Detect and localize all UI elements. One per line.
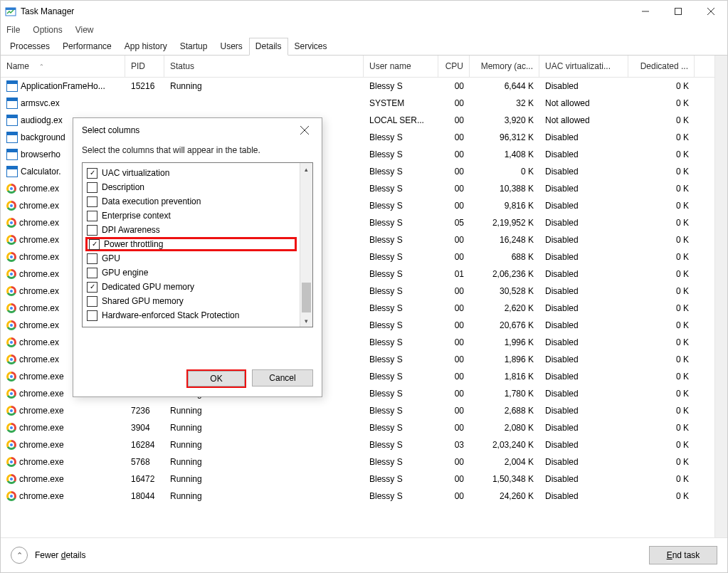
minimize-button[interactable] [629, 1, 662, 22]
process-uac: Disabled [539, 423, 628, 433]
checkbox-icon[interactable] [87, 182, 97, 193]
dialog-close-button[interactable] [296, 123, 313, 137]
tab-performance[interactable]: Performance [56, 38, 118, 55]
tab-app-history[interactable]: App history [118, 38, 174, 55]
column-option[interactable]: Hardware-enforced Stack Protection [85, 308, 297, 322]
checkbox-icon[interactable]: ✓ [87, 168, 97, 179]
checkbox-icon[interactable] [87, 196, 97, 207]
column-option-label: Data execution prevention [102, 196, 201, 206]
column-option[interactable]: GPU [85, 251, 297, 266]
process-cpu: 00 [438, 303, 470, 313]
col-cpu[interactable]: CPU [438, 56, 470, 77]
column-option[interactable]: Enterprise context [85, 209, 297, 223]
col-uac[interactable]: UAC virtualizati... [539, 56, 628, 77]
process-uac: Disabled [539, 81, 628, 91]
scroll-thumb[interactable] [302, 283, 311, 312]
column-option[interactable]: ✓Power throttling [85, 237, 297, 251]
menu-view[interactable]: View [74, 24, 95, 36]
process-dedicated: 0 K [628, 389, 695, 399]
process-memory: 96,312 K [470, 132, 539, 142]
col-memory[interactable]: Memory (ac... [470, 56, 539, 77]
close-button[interactable] [695, 1, 727, 22]
table-row[interactable]: armsvc.exSYSTEM0032 KNot allowed0 K [1, 95, 714, 112]
process-memory: 2,688 K [470, 406, 539, 416]
tab-startup[interactable]: Startup [174, 38, 214, 55]
col-dedicated[interactable]: Dedicated ... [628, 56, 695, 77]
process-status: Running [164, 457, 364, 467]
col-status[interactable]: Status [164, 56, 364, 77]
process-memory: 688 K [470, 252, 539, 262]
process-user: Blessy S [364, 167, 438, 177]
process-cpu: 00 [438, 167, 470, 177]
table-row[interactable]: ApplicationFrameHo...15216RunningBlessy … [1, 78, 714, 95]
process-uac: Disabled [539, 167, 628, 177]
checkbox-icon[interactable] [87, 296, 97, 307]
ok-button[interactable]: OK [188, 371, 245, 387]
scroll-up-icon[interactable]: ▴ [300, 163, 312, 175]
chrome-icon [6, 491, 16, 501]
checkbox-icon[interactable]: ✓ [87, 282, 97, 293]
process-user: Blessy S [364, 440, 438, 450]
checkbox-icon[interactable] [87, 253, 97, 264]
process-cpu: 00 [438, 235, 470, 245]
process-name: armsvc.ex [21, 98, 60, 108]
table-row[interactable]: chrome.exe3904RunningBlessy S002,080 KDi… [1, 419, 714, 436]
checkbox-icon[interactable] [87, 268, 97, 278]
tab-details[interactable]: Details [249, 38, 288, 56]
vertical-scrollbar[interactable] [714, 56, 727, 537]
column-option[interactable]: GPU engine [85, 266, 297, 280]
menu-options[interactable]: Options [31, 24, 63, 36]
app-icon [5, 6, 16, 17]
checkbox-icon[interactable] [87, 225, 97, 236]
checkbox-icon[interactable]: ✓ [89, 239, 100, 250]
chrome-icon [6, 320, 16, 330]
app-window-icon [6, 115, 18, 126]
table-row[interactable]: chrome.exe7236RunningBlessy S002,688 KDi… [1, 402, 714, 419]
process-name: audiodg.ex [21, 115, 63, 125]
process-dedicated: 0 K [628, 132, 695, 142]
column-option[interactable]: Data execution prevention [85, 194, 297, 209]
column-option[interactable]: DPI Awareness [85, 223, 297, 237]
checkbox-icon[interactable] [87, 211, 97, 221]
column-option[interactable]: ✓Dedicated GPU memory [85, 280, 297, 294]
chrome-icon [6, 201, 16, 211]
process-cpu: 00 [438, 423, 470, 433]
fewer-details-toggle[interactable]: ⌃ Fewer details [11, 547, 85, 564]
column-option[interactable]: Description [85, 180, 297, 194]
table-row[interactable]: chrome.exe16472RunningBlessy S001,50,348… [1, 471, 714, 488]
column-option[interactable]: ✓UAC virtualization [85, 166, 297, 180]
table-row[interactable]: chrome.exe16284RunningBlessy S032,03,240… [1, 436, 714, 453]
process-cpu: 00 [438, 98, 470, 108]
maximize-button[interactable] [662, 1, 695, 22]
process-name: chrome.ex [19, 269, 59, 279]
listbox-scrollbar[interactable]: ▴ ▾ [300, 163, 312, 327]
process-uac: Disabled [539, 372, 628, 382]
column-option[interactable]: Shared GPU memory [85, 294, 297, 308]
process-cpu: 05 [438, 218, 470, 228]
process-memory: 1,408 K [470, 149, 539, 159]
chrome-icon [6, 252, 16, 262]
table-row[interactable]: chrome.exe18044RunningBlessy S0024,260 K… [1, 488, 714, 505]
menu-file[interactable]: File [5, 24, 21, 36]
col-user[interactable]: User name [364, 56, 438, 77]
tabbar: Processes Performance App history Startu… [1, 38, 727, 56]
process-name: chrome.ex [19, 286, 59, 296]
tab-users[interactable]: Users [213, 38, 248, 55]
process-dedicated: 0 K [628, 81, 695, 91]
end-task-button[interactable]: End task [649, 546, 717, 564]
checkbox-icon[interactable] [87, 310, 97, 321]
process-name: chrome.exe [19, 491, 64, 501]
cancel-button[interactable]: Cancel [252, 369, 313, 387]
table-row[interactable]: chrome.exe5768RunningBlessy S002,004 KDi… [1, 453, 714, 471]
app-window-icon [6, 98, 18, 109]
process-uac: Disabled [539, 354, 628, 364]
col-pid[interactable]: PID [125, 56, 164, 77]
process-name: chrome.ex [19, 235, 59, 245]
column-option-label: UAC virtualization [102, 168, 169, 178]
scroll-down-icon[interactable]: ▾ [300, 315, 312, 327]
process-cpu: 00 [438, 491, 470, 501]
process-name: chrome.ex [19, 218, 59, 228]
col-name[interactable]: Name⌃ [1, 56, 125, 77]
tab-services[interactable]: Services [288, 38, 334, 55]
tab-processes[interactable]: Processes [4, 38, 56, 55]
